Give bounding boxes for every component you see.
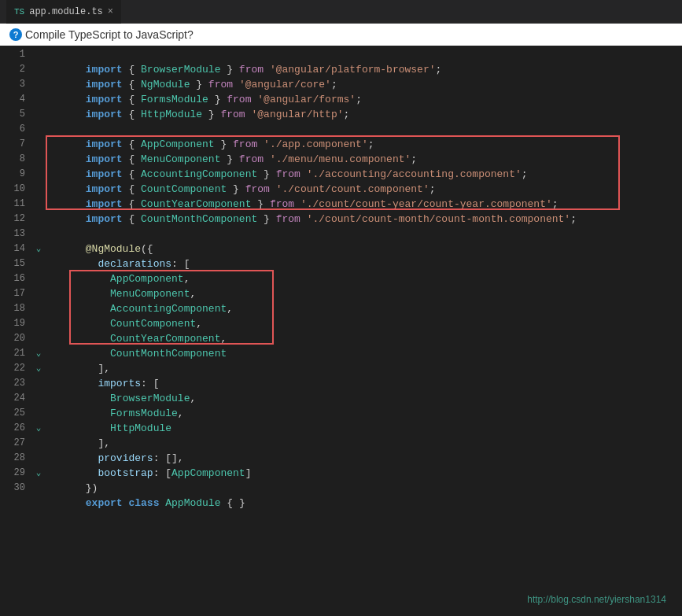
- line-num-1: 1: [0, 47, 25, 62]
- gutter-22[interactable]: ⌄: [31, 361, 46, 376]
- line-num-6: 6: [0, 122, 25, 137]
- line-num-16: 16: [0, 271, 25, 286]
- gutter-12: [31, 212, 46, 227]
- gutter-17: [31, 286, 46, 301]
- code-line-10: import { CountYearComponent } from './co…: [49, 182, 682, 197]
- code-line-1: import { BrowserModule } from '@angular/…: [49, 47, 682, 62]
- code-line-22: imports: [: [49, 361, 682, 376]
- line-num-27: 27: [0, 436, 25, 451]
- gutter-21[interactable]: ⌄: [31, 346, 46, 361]
- code-line-20: CountMonthComponent: [49, 331, 682, 346]
- line-num-20: 20: [0, 331, 25, 346]
- line-num-12: 12: [0, 212, 25, 227]
- code-line-6: import { AppComponent } from './app.comp…: [49, 122, 682, 137]
- gutter-19: [31, 316, 46, 331]
- prompt-bar: ? Compile TypeScript to JavaScript?: [0, 24, 682, 46]
- code-area: import { BrowserModule } from '@angular/…: [46, 46, 682, 613]
- line-num-9: 9: [0, 167, 25, 182]
- line-num-4: 4: [0, 92, 25, 107]
- code-line-12: [49, 212, 682, 227]
- tab-label: app.module.ts: [29, 6, 103, 17]
- gutter-29[interactable]: ⌄: [31, 466, 46, 481]
- line-num-15: 15: [0, 256, 25, 271]
- code-line-5: [49, 107, 682, 122]
- code-line-24: FormsModule,: [49, 391, 682, 406]
- line-num-2: 2: [0, 62, 25, 77]
- gutter-6: [31, 122, 46, 137]
- line-num-10: 10: [0, 182, 25, 197]
- gutter-16: [31, 271, 46, 286]
- code-line-23: BrowserModule,: [49, 376, 682, 391]
- code-line-13: @NgModule({: [49, 227, 682, 242]
- line-num-11: 11: [0, 197, 25, 212]
- line-num-22: 22: [0, 361, 25, 376]
- code-line-3: import { FormsModule } from '@angular/fo…: [49, 77, 682, 92]
- line-num-21: 21: [0, 346, 25, 361]
- line-num-14: 14: [0, 242, 25, 256]
- line-num-25: 25: [0, 406, 25, 421]
- gutter-11: [31, 197, 46, 212]
- gutter-28: [31, 451, 46, 466]
- gutter-1: [31, 47, 46, 62]
- line-num-3: 3: [0, 77, 25, 92]
- code-line-28: bootstrap: [AppComponent]: [49, 451, 682, 466]
- gutter-27: [31, 436, 46, 451]
- gutter: ⌄ ⌄ ⌄ ⌄ ⌄: [31, 46, 46, 613]
- gutter-15: [31, 256, 46, 271]
- line-num-18: 18: [0, 301, 25, 316]
- watermark: http://blog.csdn.net/yiershan1314: [527, 594, 666, 605]
- line-num-17: 17: [0, 286, 25, 301]
- code-line-30: export class AppModule { }: [49, 481, 682, 496]
- code-line-21: ],: [49, 346, 682, 361]
- line-num-29: 29: [0, 466, 25, 481]
- gutter-14[interactable]: ⌄: [31, 242, 46, 256]
- code-line-19: CountYearComponent,: [49, 316, 682, 331]
- tab-close-icon[interactable]: ×: [108, 6, 113, 17]
- gutter-10: [31, 182, 46, 197]
- tab-icon: TS: [14, 7, 24, 17]
- gutter-9: [31, 167, 46, 182]
- code-line-9: import { CountComponent } from './count/…: [49, 167, 682, 182]
- code-line-25: HttpModule: [49, 406, 682, 421]
- gutter-8: [31, 152, 46, 167]
- gutter-5: [31, 107, 46, 122]
- code-line-18: CountComponent,: [49, 301, 682, 316]
- tab[interactable]: TS app.module.ts ×: [6, 0, 121, 24]
- gutter-4: [31, 92, 46, 107]
- prompt-icon: ?: [9, 28, 22, 41]
- editor: 1 2 3 4 5 6 7 8 9 10 11 12 13 14 15 16 1…: [0, 46, 682, 613]
- title-bar: TS app.module.ts ×: [0, 0, 682, 24]
- code-line-26: ],: [49, 421, 682, 436]
- gutter-18: [31, 301, 46, 316]
- line-num-28: 28: [0, 451, 25, 466]
- gutter-26[interactable]: ⌄: [31, 421, 46, 436]
- gutter-30: [31, 481, 46, 496]
- gutter-2: [31, 62, 46, 77]
- gutter-24: [31, 391, 46, 406]
- code-line-2: import { NgModule } from '@angular/core'…: [49, 62, 682, 77]
- line-num-30: 30: [0, 481, 25, 496]
- gutter-23: [31, 376, 46, 391]
- code-line-15: AppComponent,: [49, 256, 682, 271]
- code-line-17: AccountingComponent,: [49, 286, 682, 301]
- line-num-5: 5: [0, 107, 25, 122]
- gutter-20: [31, 331, 46, 346]
- code-line-11: import { CountMonthComponent } from './c…: [49, 197, 682, 212]
- code-line-16: MenuComponent,: [49, 271, 682, 286]
- gutter-13: [31, 227, 46, 242]
- gutter-3: [31, 77, 46, 92]
- line-num-8: 8: [0, 152, 25, 167]
- gutter-25: [31, 406, 46, 421]
- line-num-26: 26: [0, 421, 25, 436]
- code-line-4: import { HttpModule } from '@angular/htt…: [49, 92, 682, 107]
- code-line-8: import { AccountingComponent } from './a…: [49, 152, 682, 167]
- line-num-23: 23: [0, 376, 25, 391]
- line-num-19: 19: [0, 316, 25, 331]
- line-num-13: 13: [0, 227, 25, 242]
- line-num-7: 7: [0, 137, 25, 152]
- line-num-24: 24: [0, 391, 25, 406]
- code-line-7: import { MenuComponent } from './menu/me…: [49, 137, 682, 152]
- code-line-27: providers: [],: [49, 436, 682, 451]
- code-line-14: declarations: [: [49, 242, 682, 256]
- prompt-text: Compile TypeScript to JavaScript?: [25, 28, 194, 41]
